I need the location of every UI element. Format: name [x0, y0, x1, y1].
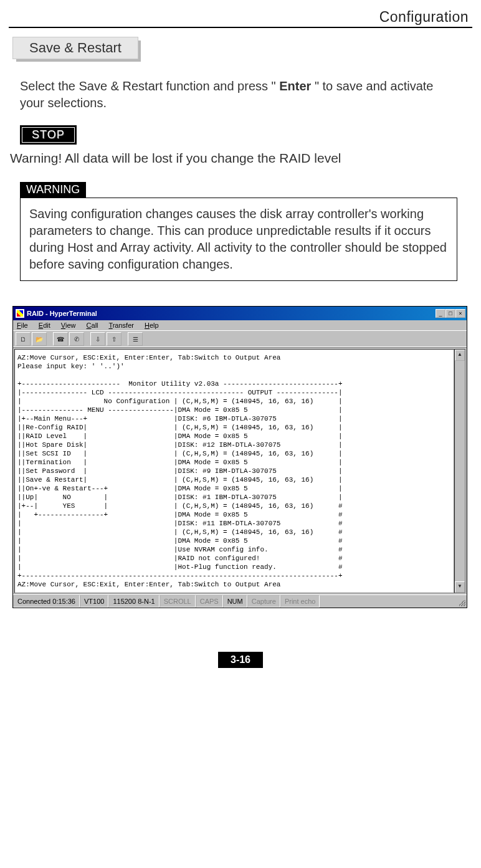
app-icon — [16, 309, 24, 318]
header-rule — [9, 27, 472, 28]
status-capture: Capture — [247, 595, 280, 608]
warning-badge: WARNING — [20, 182, 86, 198]
status-connected: Connected 0:15:36 — [13, 595, 80, 608]
intro-paragraph: Select the Save & Restart function and p… — [20, 78, 457, 112]
toolbar-new-icon[interactable]: 🗋 — [16, 332, 31, 346]
window-title: RAID - HyperTerminal — [27, 310, 436, 317]
menu-file[interactable]: File — [17, 322, 28, 329]
menu-transfer[interactable]: Transfer — [108, 322, 134, 329]
resize-grip-icon[interactable] — [455, 595, 467, 608]
maximize-button[interactable]: □ — [445, 309, 455, 318]
stop-badge: STOP — [20, 125, 77, 145]
section-title-wrap: Save & Restart — [12, 37, 137, 60]
status-bar: Connected 0:15:36 VT100 115200 8-N-1 SCR… — [13, 594, 467, 608]
toolbar-open-icon[interactable]: 📂 — [32, 332, 47, 346]
intro-key: Enter — [279, 79, 311, 93]
section-title: Save & Restart — [12, 37, 138, 59]
warning-box: Saving configuration changes causes the … — [20, 198, 457, 281]
menu-view[interactable]: View — [61, 322, 76, 329]
toolbar-disconnect-icon[interactable]: ✆ — [69, 332, 84, 346]
vertical-scrollbar[interactable]: ▲ ▼ — [454, 349, 465, 593]
stop-warning-text: Warning! All data will be lost if you ch… — [10, 151, 469, 166]
toolbar-properties-icon[interactable]: ☰ — [128, 332, 143, 346]
toolbar: 🗋 📂 ☎ ✆ ⇩ ⇧ ☰ — [13, 331, 467, 348]
menu-bar[interactable]: File Edit View Call Transfer Help — [13, 320, 467, 331]
toolbar-send-icon[interactable]: ⇩ — [90, 332, 105, 346]
status-scroll: SCROLL — [160, 595, 196, 608]
terminal-output[interactable]: AZ:Move Cursor, ESC:Exit, Enter:Enter, T… — [14, 349, 454, 593]
toolbar-connect-icon[interactable]: ☎ — [53, 332, 68, 346]
status-num: NUM — [223, 595, 247, 608]
menu-call[interactable]: Call — [87, 322, 98, 329]
hyperterminal-window: RAID - HyperTerminal _ □ × File Edit Vie… — [12, 306, 467, 608]
window-titlebar[interactable]: RAID - HyperTerminal _ □ × — [13, 307, 467, 320]
status-emulation: VT100 — [80, 595, 108, 608]
intro-pre: Select the Save & Restart function and p… — [20, 79, 279, 93]
menu-help[interactable]: Help — [145, 322, 159, 329]
close-button[interactable]: × — [455, 309, 465, 318]
minimize-button[interactable]: _ — [436, 309, 445, 318]
scroll-down-icon[interactable]: ▼ — [455, 581, 465, 593]
toolbar-receive-icon[interactable]: ⇧ — [107, 332, 121, 346]
page-number: 3-16 — [218, 652, 263, 668]
page-header-title: Configuration — [9, 9, 469, 26]
menu-edit[interactable]: Edit — [39, 322, 50, 329]
status-baud: 115200 8-N-1 — [108, 595, 159, 608]
status-print: Print echo — [280, 595, 320, 608]
status-caps: CAPS — [196, 595, 223, 608]
scroll-up-icon[interactable]: ▲ — [455, 350, 465, 361]
